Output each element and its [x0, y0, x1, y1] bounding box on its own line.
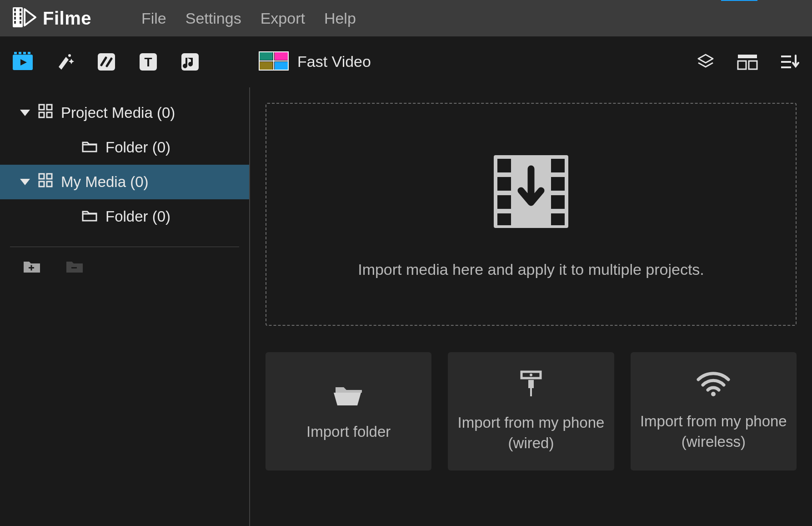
grid-icon	[38, 104, 53, 122]
svg-rect-19	[259, 52, 273, 60]
svg-rect-8	[20, 21, 21, 24]
svg-rect-10	[14, 52, 17, 54]
import-folder-card[interactable]: Import folder	[266, 352, 431, 470]
tree-label: Folder (0)	[105, 208, 170, 225]
tree-project-media[interactable]: Project Media (0)	[0, 96, 249, 130]
svg-rect-33	[47, 105, 52, 110]
phone-wired-icon	[515, 369, 547, 400]
app-logo-icon	[13, 7, 36, 29]
svg-rect-28	[749, 61, 757, 69]
transitions-tab-icon[interactable]	[95, 50, 118, 74]
sidebar: Project Media (0) Folder (0) My Media (0…	[0, 87, 250, 526]
svg-rect-46	[497, 159, 511, 172]
app-logo: Filme	[13, 7, 91, 29]
tree-my-folder[interactable]: Folder (0)	[0, 199, 249, 234]
svg-rect-1	[14, 9, 16, 11]
main-menu: File Settings Export Help	[141, 10, 356, 27]
svg-rect-27	[738, 61, 746, 69]
svg-rect-35	[47, 112, 52, 117]
svg-rect-21	[259, 62, 273, 70]
sort-icon[interactable]	[777, 50, 801, 74]
filmstrip-download-icon	[486, 151, 576, 234]
fast-video-button[interactable]: Fast Video	[258, 51, 371, 73]
tree-project-folder[interactable]: Folder (0)	[0, 130, 249, 165]
fast-video-label: Fast Video	[297, 53, 371, 71]
import-phone-wireless-card[interactable]: Import from my phone (wireless)	[631, 352, 797, 470]
title-bar: Filme File Settings Export Help	[0, 0, 812, 36]
text-tab-icon[interactable]: T	[136, 50, 160, 74]
svg-rect-20	[275, 52, 288, 60]
effects-tab-icon[interactable]	[53, 50, 76, 74]
svg-rect-43	[31, 265, 32, 271]
svg-rect-22	[275, 62, 288, 70]
svg-rect-38	[47, 174, 52, 179]
tree-label: Folder (0)	[105, 139, 170, 156]
svg-rect-32	[39, 105, 44, 110]
svg-rect-2	[14, 13, 16, 15]
wifi-icon	[696, 370, 731, 399]
svg-rect-4	[14, 21, 16, 24]
svg-rect-55	[528, 380, 534, 388]
svg-text:T: T	[144, 55, 152, 69]
dropzone-text: Import media here and apply it to multip…	[358, 261, 704, 278]
svg-rect-40	[47, 182, 52, 187]
svg-rect-47	[497, 177, 511, 191]
svg-rect-12	[23, 52, 26, 54]
tree-label: Project Media (0)	[61, 104, 175, 121]
svg-rect-3	[14, 17, 16, 20]
svg-rect-34	[39, 112, 44, 117]
workspace: Project Media (0) Folder (0) My Media (0…	[0, 87, 812, 526]
tree-my-media[interactable]: My Media (0)	[0, 165, 249, 199]
caret-down-icon	[20, 110, 30, 116]
folder-icon	[82, 139, 97, 156]
svg-rect-11	[19, 52, 21, 54]
svg-point-57	[711, 392, 716, 396]
svg-point-54	[530, 374, 532, 376]
grid-view-icon[interactable]	[736, 50, 759, 74]
svg-rect-7	[20, 17, 21, 20]
menu-help[interactable]: Help	[324, 10, 356, 27]
menu-settings[interactable]: Settings	[185, 10, 241, 27]
svg-rect-44	[71, 267, 77, 268]
svg-rect-56	[530, 388, 532, 396]
menu-export[interactable]: Export	[261, 10, 305, 27]
toolbar: T Fast Video	[0, 36, 812, 87]
svg-rect-39	[39, 182, 44, 187]
folder-icon	[82, 208, 97, 225]
grid-icon	[38, 173, 53, 191]
content-area: Import media here and apply it to multip…	[250, 87, 812, 526]
tree-label: My Media (0)	[61, 173, 149, 191]
card-label: Import folder	[306, 422, 391, 442]
svg-rect-6	[20, 13, 21, 15]
layers-icon[interactable]	[694, 50, 717, 74]
svg-rect-49	[497, 213, 511, 225]
card-label: Import from my phone (wired)	[455, 413, 606, 453]
media-tab-icon[interactable]	[11, 50, 35, 74]
folder-open-icon	[333, 381, 365, 409]
import-dropzone[interactable]: Import media here and apply it to multip…	[266, 103, 797, 326]
svg-rect-15	[98, 53, 115, 71]
svg-point-14	[68, 54, 71, 57]
fast-video-icon	[258, 51, 289, 73]
add-folder-button[interactable]	[23, 258, 41, 275]
svg-rect-50	[551, 159, 565, 172]
caret-down-icon	[20, 179, 30, 185]
import-cards: Import folder Import from my phone (wire…	[266, 352, 797, 470]
svg-rect-52	[551, 195, 565, 209]
import-phone-wired-card[interactable]: Import from my phone (wired)	[448, 352, 614, 470]
audio-tab-icon[interactable]	[178, 50, 202, 74]
svg-rect-26	[738, 55, 757, 58]
svg-rect-13	[28, 52, 30, 54]
remove-folder-button[interactable]	[65, 258, 84, 275]
card-label: Import from my phone (wireless)	[638, 411, 789, 452]
accent-stripe	[721, 0, 757, 1]
svg-rect-5	[20, 9, 21, 11]
svg-rect-48	[497, 195, 511, 209]
svg-rect-53	[551, 213, 565, 225]
svg-rect-37	[39, 174, 44, 179]
app-name: Filme	[43, 8, 91, 29]
menu-file[interactable]: File	[141, 10, 166, 27]
svg-rect-51	[551, 177, 565, 191]
